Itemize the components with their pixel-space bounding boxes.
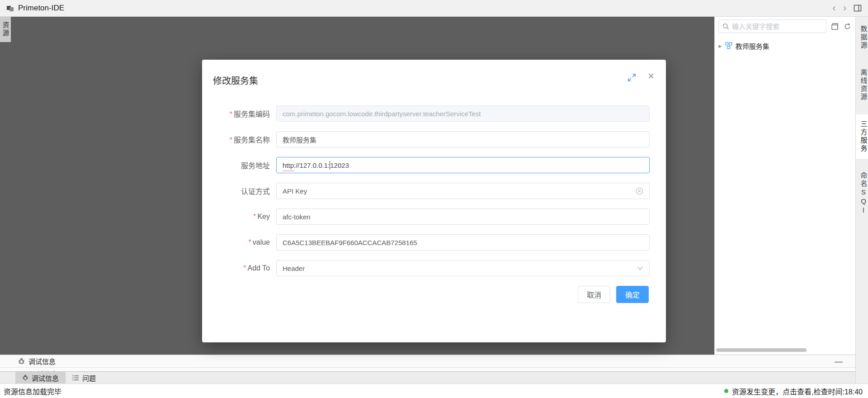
chevron-right-icon[interactable]: ▶ bbox=[718, 43, 722, 48]
collapse-all-icon[interactable] bbox=[830, 22, 839, 31]
right-tab-offline-resources[interactable]: 离线资源 bbox=[856, 63, 868, 107]
right-tab-named-sql[interactable]: 命名SQl bbox=[856, 166, 868, 221]
ok-button[interactable]: 确定 bbox=[616, 286, 649, 303]
edit-service-set-dialog: 修改服务集 × 服务集编码 服务集名称 bbox=[202, 60, 666, 342]
fullscreen-icon[interactable] bbox=[627, 73, 636, 82]
right-tab-thirdparty-services-label: 三方服务 bbox=[860, 120, 868, 153]
field-label-service-address: 服务地址 bbox=[202, 160, 270, 171]
debug-icon bbox=[18, 358, 25, 365]
sidebar-tab-resources[interactable]: 资源 bbox=[0, 17, 11, 42]
status-left-text: 资源信息加载完毕 bbox=[4, 386, 61, 397]
service-set-name-input[interactable] bbox=[276, 131, 650, 147]
form-row-value: value bbox=[202, 234, 666, 251]
field-label-add-to: Add To bbox=[202, 264, 270, 272]
clipped-row-label: 调试信息 bbox=[30, 369, 57, 371]
back-icon[interactable]: ‹ bbox=[832, 3, 835, 13]
value-input[interactable] bbox=[276, 234, 650, 251]
tab-debug-info-label: 调试信息 bbox=[32, 373, 59, 383]
dialog-form: 服务集编码 服务集名称 服务地址 bbox=[202, 105, 666, 276]
horizontal-scrollbar-thumb[interactable] bbox=[716, 348, 807, 352]
status-right[interactable]: 资源发生变更，点击查看,检查时间:18:40 bbox=[724, 386, 863, 397]
tree-item-label: 教师服务集 bbox=[736, 41, 769, 51]
debug-panel-title: 调试信息 bbox=[28, 356, 56, 366]
right-tab-datasource-label: 数据源 bbox=[860, 25, 868, 50]
form-row-service-set-code: 服务集编码 bbox=[202, 105, 666, 122]
minimize-icon[interactable]: — bbox=[835, 357, 843, 365]
add-to-select[interactable]: Header bbox=[276, 260, 650, 276]
layout-icon[interactable] bbox=[854, 4, 862, 12]
url-mid-text: ://127.0.0.1: bbox=[294, 161, 330, 169]
service-address-input[interactable]: http://127.0.0.1:12023 bbox=[276, 157, 650, 173]
status-dot-icon bbox=[724, 389, 728, 393]
debug-panel-header: 调试信息 — bbox=[0, 355, 855, 367]
search-icon bbox=[722, 23, 729, 30]
tab-problems-label: 问题 bbox=[82, 373, 96, 383]
field-label-auth-method: 认证方式 bbox=[202, 185, 270, 196]
tab-debug-info[interactable]: 调试信息 bbox=[15, 372, 66, 384]
url-end-text: 12023 bbox=[330, 161, 349, 169]
right-tab-named-sql-label: 命名SQl bbox=[860, 172, 868, 215]
right-tabstrip: 数据源 离线资源 三方服务 命名SQl bbox=[855, 17, 868, 384]
add-to-value: Header bbox=[283, 265, 305, 272]
app-window: Primeton-IDE ‹ › 资源 bbox=[0, 0, 868, 398]
field-label-service-set-code: 服务集编码 bbox=[202, 108, 270, 119]
close-icon[interactable]: × bbox=[648, 71, 654, 81]
field-label-service-set-name: 服务集名称 bbox=[202, 134, 270, 145]
required-asterisk bbox=[249, 238, 253, 246]
form-row-service-address: 服务地址 http://127.0.0.1:12023 bbox=[202, 157, 666, 173]
tab-problems[interactable]: 问题 bbox=[66, 372, 103, 384]
app-logo-icon bbox=[6, 5, 14, 12]
refresh-icon[interactable] bbox=[843, 22, 852, 31]
bottom-panel: 调试信息 — 调试信息 调试信息 问题 bbox=[0, 355, 855, 384]
form-row-key: Key bbox=[202, 208, 666, 225]
dialog-title: 修改服务集 bbox=[213, 76, 258, 86]
debug-icon bbox=[22, 374, 28, 381]
horizontal-scrollbar bbox=[716, 348, 853, 352]
status-right-text: 资源发生变更，点击查看,检查时间:18:40 bbox=[732, 386, 863, 397]
forward-icon[interactable]: › bbox=[843, 3, 846, 13]
form-row-service-set-name: 服务集名称 bbox=[202, 131, 666, 147]
tree-item-service-set[interactable]: ▶ 教师服务集 bbox=[715, 39, 855, 52]
debug-icon bbox=[21, 371, 27, 371]
status-bar: 资源信息加载完毕 资源发生变更，点击查看,检查时间:18:40 bbox=[0, 384, 868, 398]
service-group-icon bbox=[725, 42, 732, 49]
field-label-value: value bbox=[202, 238, 270, 246]
dialog-footer: 取消 确定 bbox=[202, 286, 666, 303]
sidebar-tab-resources-label: 资源 bbox=[1, 21, 10, 38]
key-input[interactable] bbox=[276, 208, 650, 225]
dialog-header: 修改服务集 × bbox=[202, 60, 666, 87]
auth-method-value: API Key bbox=[283, 187, 307, 195]
app-title: Primeton-IDE bbox=[18, 4, 64, 13]
service-set-code-input bbox=[276, 105, 650, 122]
right-tab-datasource[interactable]: 数据源 bbox=[856, 19, 868, 56]
required-asterisk bbox=[230, 136, 234, 144]
left-sidebar-strip: 资源 bbox=[0, 17, 11, 355]
titlebar-actions: ‹ › bbox=[832, 3, 862, 13]
clear-icon[interactable] bbox=[636, 187, 643, 195]
right-tab-thirdparty-services[interactable]: 三方服务 bbox=[856, 114, 868, 159]
auth-method-select[interactable]: API Key bbox=[276, 183, 650, 199]
search-box[interactable] bbox=[718, 19, 826, 33]
url-scheme-text: http bbox=[283, 161, 294, 169]
bottom-tabs: 调试信息 问题 bbox=[0, 371, 855, 384]
cancel-button[interactable]: 取消 bbox=[578, 286, 610, 303]
field-label-key: Key bbox=[202, 213, 270, 221]
right-tab-offline-resources-label: 离线资源 bbox=[860, 69, 868, 101]
form-row-add-to: Add To Header bbox=[202, 260, 666, 276]
search-input[interactable] bbox=[732, 23, 822, 30]
chevron-down-icon bbox=[637, 266, 643, 270]
required-asterisk bbox=[230, 110, 234, 118]
titlebar: Primeton-IDE ‹ › bbox=[0, 0, 868, 17]
right-panel: ▶ 教师服务集 bbox=[714, 17, 855, 355]
form-row-auth-method: 认证方式 API Key bbox=[202, 183, 666, 199]
list-icon bbox=[72, 375, 79, 381]
right-panel-search-row bbox=[715, 17, 855, 35]
resource-tree: ▶ 教师服务集 bbox=[715, 35, 855, 52]
clipped-panel-row: 调试信息 bbox=[0, 367, 855, 371]
